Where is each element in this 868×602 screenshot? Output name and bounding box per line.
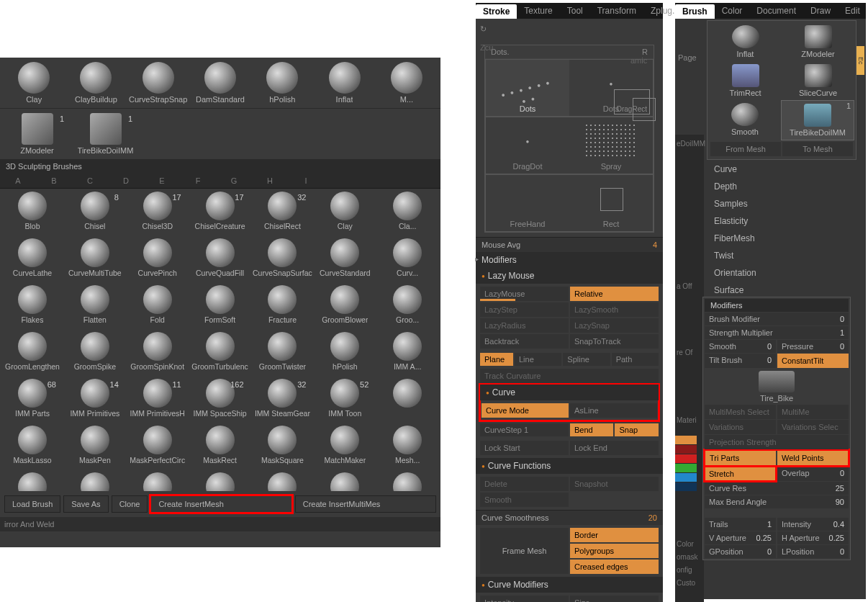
multimesh-select[interactable]: MultiMesh Select (705, 405, 776, 419)
brush-curvequadfill[interactable]: CurveQuadFill (189, 238, 251, 284)
curvestep[interactable]: CurveStep 1 (480, 423, 569, 436)
brush-flatten[interactable]: Flatten (64, 285, 126, 331)
tab-transform[interactable]: Transform (590, 4, 643, 18)
relative-toggle[interactable]: Relative (570, 287, 659, 301)
alpha-F[interactable]: F (180, 174, 216, 188)
brush-immsteamgear[interactable]: 32IMM SteamGear (251, 379, 313, 424)
swatch-darkred[interactable] (675, 445, 697, 454)
brush-formsoft[interactable]: FormSoft (189, 285, 251, 331)
mouse-avg-slider[interactable]: Mouse Avg 4 (476, 237, 663, 252)
tilt-brush-slider[interactable]: Tilt Brush0 (705, 354, 776, 368)
submenu-elasticity[interactable]: Elasticity (707, 212, 800, 230)
mirror-and-weld[interactable]: irror And Weld (0, 517, 440, 531)
v-aperture-slider[interactable]: V Aperture0.25 (705, 531, 776, 544)
brush-maskperfectcirc[interactable]: MaskPerfectCirc (127, 426, 189, 471)
curve-smoothness-slider[interactable]: Curve Smoothness 20 (476, 510, 663, 525)
intensity-opt[interactable]: Intensity (480, 596, 569, 602)
brush-chisel[interactable]: 8Chisel (64, 192, 126, 237)
path-mode[interactable]: Path (612, 353, 659, 366)
recent-brush-curvestrapsnap[interactable]: CurveStrapSnap (127, 62, 189, 104)
brush-penshadow[interactable]: Pen Shadow (1, 472, 63, 491)
submenu-samples[interactable]: Samples (707, 195, 800, 212)
alpha-I[interactable]: I (288, 174, 324, 188)
stroke-spray[interactable]: Spray (569, 117, 653, 174)
brush-curvepinch[interactable]: CurvePinch (127, 238, 189, 284)
alpha-B[interactable]: B (36, 174, 72, 188)
brush-empty[interactable] (376, 379, 438, 424)
curve-functions-section[interactable]: Curve Functions (476, 458, 663, 474)
h-aperture-slider[interactable]: H Aperture0.25 (777, 531, 849, 544)
overlap-slider[interactable]: Overlap0 (777, 467, 849, 481)
swatch-darkblue[interactable] (675, 482, 697, 491)
brush-immprimitivesh[interactable]: 11IMM PrimitivesH (127, 379, 189, 424)
intensity-slider[interactable]: Intensity0.4 (777, 518, 849, 531)
brush-trimrect[interactable]: TrimRect (709, 61, 782, 100)
lock-end[interactable]: Lock End (570, 441, 659, 455)
track-curvature[interactable]: Track Curvature (480, 369, 659, 383)
brush-groomlengthen[interactable]: GroomLengthen (1, 332, 63, 377)
tab-edit[interactable]: Edit (838, 4, 867, 18)
swatch-red[interactable] (675, 454, 697, 463)
tire-thumbnail-icon[interactable] (759, 371, 795, 392)
brush-se[interactable]: Se... (376, 472, 438, 491)
recent-brush-clay[interactable]: Clay (3, 62, 65, 104)
delete-curve[interactable]: Delete (480, 477, 569, 491)
brush-hpolish[interactable]: hPolish (314, 332, 376, 377)
projection-strength[interactable]: Projection Strength (705, 435, 849, 449)
tab-texture[interactable]: Texture (517, 4, 559, 18)
alpha-C[interactable]: C (72, 174, 108, 188)
dragrect-icon[interactable] (617, 91, 631, 105)
gposition-slider[interactable]: GPosition0 (705, 545, 776, 558)
brush-curvemultitube[interactable]: CurveMultiTube (64, 238, 126, 284)
variations[interactable]: Variations (705, 420, 776, 434)
swatch-green[interactable] (675, 464, 697, 472)
create-insertmesh-button[interactable]: Create InsertMesh (150, 495, 291, 513)
recent-brush-claybuildup[interactable]: ClayBuildup (65, 62, 127, 104)
snaptotrack[interactable]: SnapToTrack (570, 334, 659, 349)
alpha-D[interactable]: D (108, 174, 144, 188)
brush-immparts[interactable]: 68IMM Parts (1, 379, 63, 424)
alpha-G[interactable]: G (216, 174, 252, 188)
swatch-orange[interactable] (675, 436, 697, 444)
backtrack[interactable]: Backtrack (480, 334, 569, 349)
lock-start[interactable]: Lock Start (480, 441, 569, 455)
curve-res-slider[interactable]: Curve Res25 (705, 482, 849, 495)
brush-inflat[interactable]: Inflat (709, 22, 782, 61)
polygroups-toggle[interactable]: Polygroups (570, 544, 659, 558)
recent-brush-tirebikedoiimm[interactable]: 1TireBikeDoiIMM (71, 113, 140, 155)
brush-chiselcreature[interactable]: 17ChiselCreature (189, 192, 251, 237)
stroke-dots2[interactable]: Dots DragRect (569, 60, 653, 116)
tab-draw[interactable]: Draw (803, 4, 838, 18)
multime[interactable]: MultiMe (777, 405, 849, 419)
brush-smooth[interactable]: Smooth (709, 100, 781, 140)
brush-groomtwister[interactable]: GroomTwister (251, 332, 313, 377)
alpha-H[interactable]: H (252, 174, 288, 188)
spline-mode[interactable]: Spline (563, 353, 610, 366)
tab-document[interactable]: Document (749, 4, 803, 18)
alpha-A[interactable]: A (0, 174, 36, 188)
weld-points-toggle[interactable]: Weld Points (777, 451, 848, 465)
creased-edges-toggle[interactable]: Creased edges (570, 560, 659, 574)
stroke-dragdot[interactable]: DragDot (486, 117, 569, 174)
brush-immprimitives[interactable]: 14IMM Primitives (64, 379, 126, 424)
curve-modifiers-section[interactable]: Curve Modifiers (476, 577, 663, 593)
lposition-slider[interactable]: LPosition0 (777, 545, 849, 558)
asline-toggle[interactable]: AsLine (570, 403, 657, 418)
curve-mode-toggle[interactable]: Curve Mode (482, 403, 569, 418)
strength-mult-slider[interactable]: Strength Multiplier1 (705, 326, 849, 339)
recent-brush-damstandard[interactable]: DamStandard (189, 62, 251, 104)
brush-groomspike[interactable]: GroomSpike (64, 332, 126, 377)
stroke-freehand[interactable]: FreeHand (486, 175, 569, 231)
border-toggle[interactable]: Border (570, 528, 659, 542)
brush-groo[interactable]: Groo... (376, 285, 438, 331)
brush-pinch[interactable]: Pinch (64, 472, 126, 491)
lazysmooth[interactable]: LazySmooth (570, 302, 659, 317)
stroke-rect[interactable]: Rect (569, 175, 653, 231)
brush-immspaceship[interactable]: 162IMM SpaceShip (189, 379, 251, 424)
brush-flakes[interactable]: Flakes (1, 285, 63, 331)
brush-curvelathe[interactable]: CurveLathe (1, 238, 63, 284)
submenu-twist[interactable]: Twist (707, 247, 800, 264)
brush-groomblower[interactable]: GroomBlower (314, 285, 376, 331)
lazysnap[interactable]: LazySnap (570, 318, 659, 333)
brush-tirebike[interactable]: 1 TireBikeDoiIMM (781, 100, 854, 140)
